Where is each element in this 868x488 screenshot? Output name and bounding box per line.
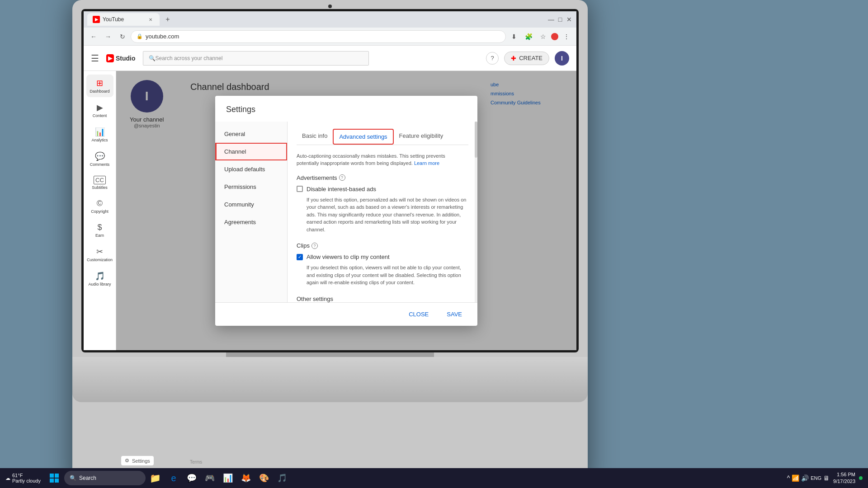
browser-controls: — □ ✕ — [547, 16, 573, 23]
taskbar-music[interactable]: 🎵 — [274, 470, 290, 486]
scrollbar-thumb[interactable] — [475, 122, 477, 158]
modal-title: Settings — [215, 96, 477, 122]
refresh-button[interactable]: ↻ — [116, 30, 129, 43]
sidebar-label-copyright: Copyright — [91, 209, 108, 214]
tab-basic-info[interactable]: Basic info — [297, 129, 333, 145]
search-bar[interactable]: 🔍 Search across your channel — [143, 51, 369, 66]
network-icon[interactable]: 📶 — [792, 474, 799, 482]
sidebar-item-customization[interactable]: ✂ Customization — [86, 243, 113, 266]
laptop-bottom — [72, 357, 588, 402]
forward-button[interactable]: → — [102, 30, 114, 43]
sidebar-item-dashboard[interactable]: ⊞ Dashboard — [86, 75, 113, 97]
taskbar-browser[interactable]: 🦊 — [238, 470, 254, 486]
taskbar-teams[interactable]: 💬 — [184, 470, 200, 486]
modal-nav-channel[interactable]: Channel — [215, 143, 287, 160]
laptop-screen: ▶ YouTube ✕ + — □ ✕ ← → ↻ — [84, 11, 576, 350]
taskbar: ☁ 61°F Partly cloudy 🔍 Search 📁 e 💬 🎮 📊 … — [0, 468, 868, 488]
earn-icon: $ — [97, 223, 102, 232]
content-icon: ▶ — [97, 103, 103, 113]
clock-date: 9/17/2023 — [833, 478, 855, 485]
sidebar-item-subtitles[interactable]: CC Subtitles — [86, 172, 113, 193]
weather-widget[interactable]: ☁ 61°F Partly cloudy — [5, 473, 41, 483]
back-button[interactable]: ← — [87, 30, 100, 43]
extension-icon[interactable]: 🧩 — [522, 30, 535, 43]
new-tab-button[interactable]: + — [161, 13, 174, 26]
download-icon[interactable]: ⬇ — [508, 30, 520, 43]
sidebar-label-customization: Customization — [87, 258, 113, 262]
sidebar-item-audio[interactable]: 🎵 Audio library — [86, 267, 113, 290]
taskbar-search[interactable]: 🔍 Search — [64, 471, 146, 485]
clips-help-icon[interactable]: ? — [311, 243, 318, 249]
help-button[interactable]: ? — [486, 52, 499, 65]
comments-icon: 💬 — [95, 151, 105, 161]
customization-icon: ✂ — [96, 247, 103, 257]
hamburger-menu-icon[interactable]: ☰ — [91, 53, 99, 64]
disable-ads-label: Disable interest-based ads — [307, 186, 376, 192]
clips-section: Clips ? Allow viewers to clip my content — [297, 242, 468, 286]
yt-logo-icon: ▶ — [106, 54, 114, 62]
taskbar-xbox[interactable]: 🎮 — [202, 470, 218, 486]
svg-rect-0 — [50, 474, 54, 478]
close-button[interactable]: CLOSE — [402, 308, 435, 320]
sidebar-item-analytics[interactable]: 📊 Analytics — [86, 123, 113, 146]
tray-icon-1[interactable]: ^ — [787, 474, 790, 482]
modal-nav-community[interactable]: Community — [215, 196, 287, 213]
browser-tab-youtube[interactable]: ▶ YouTube ✕ — [87, 13, 160, 26]
close-button[interactable]: ✕ — [566, 16, 573, 23]
tab-advanced-settings[interactable]: Advanced settings — [333, 129, 393, 145]
learn-more-link[interactable]: Learn more — [414, 160, 439, 166]
taskbar-photoshop[interactable]: 🎨 — [256, 470, 272, 486]
taskbar-clock[interactable]: 1:56 PM 9/17/2023 — [833, 471, 855, 485]
sidebar-item-copyright[interactable]: © Copyright — [86, 195, 113, 217]
advertisements-title: Advertisements ? — [297, 174, 468, 181]
taskbar-search-label: Search — [79, 475, 96, 481]
advertisements-section: Advertisements ? Disable interest-based … — [297, 174, 468, 234]
weather-description: Partly cloudy — [12, 478, 41, 483]
create-button[interactable]: ✚ CREATE — [504, 52, 549, 65]
maximize-button[interactable]: □ — [557, 16, 564, 23]
save-button[interactable]: SAVE — [440, 308, 468, 320]
start-button[interactable] — [46, 470, 62, 486]
taskbar-excel[interactable]: 📊 — [220, 470, 236, 486]
volume-icon[interactable]: 🔊 — [801, 474, 809, 482]
browser-titlebar: ▶ YouTube ✕ + — □ ✕ — [84, 11, 576, 28]
svg-rect-3 — [55, 479, 59, 483]
minimize-button[interactable]: — — [547, 16, 555, 23]
disable-ads-checkbox[interactable] — [297, 186, 303, 192]
user-avatar[interactable]: I — [555, 51, 569, 66]
terms-link[interactable]: Terms — [190, 460, 202, 465]
modal-footer: CLOSE SAVE — [215, 302, 477, 326]
modal-nav-upload[interactable]: Upload defaults — [215, 160, 287, 178]
modal-nav-general[interactable]: General — [215, 125, 287, 143]
sidebar-label-analytics: Analytics — [91, 138, 108, 142]
sidebar-item-comments[interactable]: 💬 Comments — [86, 148, 113, 170]
lang-label[interactable]: ENG — [811, 475, 821, 481]
sidebar-label-comments: Comments — [90, 162, 110, 167]
disable-ads-row: Disable interest-based ads — [297, 186, 468, 192]
taskbar-mail[interactable]: e — [165, 470, 182, 486]
sidebar-item-content[interactable]: ▶ Content — [86, 99, 113, 122]
advertisements-help-icon[interactable]: ? — [339, 174, 345, 181]
tab-close-button[interactable]: ✕ — [147, 16, 154, 23]
address-bar[interactable]: 🔒 youtube.com — [131, 30, 506, 43]
allow-clips-checkbox[interactable] — [297, 254, 303, 260]
taskbar-file-explorer[interactable]: 📁 — [147, 470, 164, 486]
modal-nav-permissions[interactable]: Permissions — [215, 178, 287, 196]
yt-badge-icon — [551, 33, 558, 40]
windows-logo-icon — [50, 474, 59, 483]
more-icon[interactable]: ⋮ — [560, 30, 573, 43]
settings-footer-link[interactable]: ⚙ Settings — [121, 456, 154, 465]
sidebar-label-dashboard: Dashboard — [90, 89, 109, 94]
star-icon[interactable]: ☆ — [537, 30, 549, 43]
copyright-icon: © — [97, 199, 103, 208]
screen-bezel: ▶ YouTube ✕ + — □ ✕ ← → ↻ — [81, 9, 579, 352]
yt-studio-app: ☰ ▶ Studio 🔍 Search across your channel … — [84, 46, 576, 350]
modal-nav-agreements[interactable]: Agreements — [215, 213, 287, 231]
tab-feature-eligibility[interactable]: Feature eligibility — [394, 129, 449, 145]
analytics-icon: 📊 — [95, 127, 105, 137]
sidebar-item-earn[interactable]: $ Earn — [86, 219, 113, 241]
intro-text: Auto-captioning occasionally makes mista… — [297, 152, 468, 167]
tab-label: YouTube — [103, 16, 124, 23]
display-icon[interactable]: 🖥 — [823, 474, 830, 482]
create-label: CREATE — [519, 55, 542, 61]
